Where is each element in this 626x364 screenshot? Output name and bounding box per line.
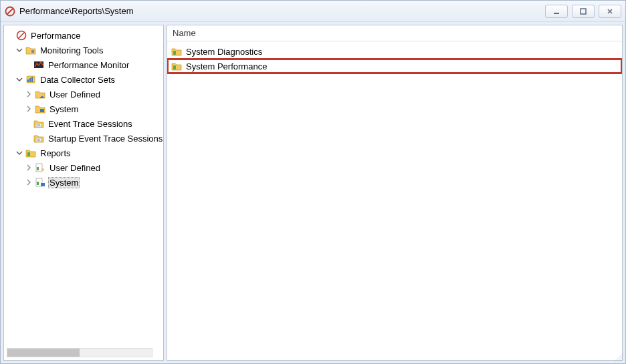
horizontal-scrollbar[interactable] (7, 348, 152, 357)
expander-icon[interactable] (15, 75, 24, 84)
tree-item-monitoring-tools[interactable]: Monitoring Tools (5, 43, 164, 57)
system-folder-icon (35, 104, 45, 114)
app-icon (5, 6, 15, 17)
svg-rect-18 (27, 152, 30, 156)
titlebar: Performance\Reports\System (1, 1, 625, 22)
list-item[interactable]: System Diagnostics (167, 44, 622, 59)
window-controls (545, 5, 621, 18)
tree-label: System (48, 177, 80, 188)
svg-point-12 (41, 94, 43, 96)
tree-item-data-collector-sets[interactable]: Data Collector Sets (5, 72, 164, 87)
resize-grip-icon[interactable] (614, 352, 623, 361)
tree-item-reports-user-defined[interactable]: User Defined (5, 160, 164, 175)
svg-rect-24 (41, 183, 45, 186)
tree-item-reports[interactable]: Reports (5, 146, 164, 160)
report-folder-icon (171, 46, 182, 57)
svg-line-1 (7, 9, 13, 14)
svg-rect-11 (31, 77, 33, 82)
window: Performance\Reports\System Performan (0, 0, 626, 364)
expander-icon[interactable] (24, 89, 33, 99)
reports-system-icon (35, 177, 45, 188)
folder-gear-icon (25, 45, 36, 55)
svg-rect-20 (37, 167, 39, 170)
trace-folder-icon: 01 (33, 133, 44, 144)
list-body: System DiagnosticsSystem Performance (167, 41, 622, 76)
perfmon-icon (33, 59, 44, 70)
expander-icon[interactable] (15, 45, 24, 55)
svg-rect-25 (173, 51, 176, 55)
scrollbar-thumb[interactable] (7, 349, 80, 357)
tree-label: Monitoring Tools (39, 45, 104, 55)
performance-icon (16, 30, 27, 41)
reports-icon (25, 148, 36, 158)
list-item[interactable]: System Performance (167, 59, 622, 73)
list-item-label: System Diagnostics (185, 47, 264, 57)
window-body: Performance Monitoring Tools (1, 22, 625, 363)
expander-icon[interactable] (24, 163, 33, 172)
column-header-label: Name (173, 28, 196, 38)
tree-label: Startup Event Trace Sessions (47, 134, 164, 144)
user-folder-icon (35, 89, 45, 100)
tree-label: User Defined (48, 89, 102, 100)
svg-line-5 (19, 33, 24, 38)
list-pane: Name System DiagnosticsSystem Performanc… (167, 25, 623, 361)
tree-label: System (48, 104, 80, 114)
tree-item-dcs-system[interactable]: System (5, 102, 164, 116)
maximize-button[interactable] (572, 5, 595, 18)
tree-item-startup-event-trace-sessions[interactable]: 01 Startup Event Trace Sessions (5, 131, 164, 146)
expander-icon[interactable] (15, 148, 24, 158)
svg-rect-23 (37, 182, 39, 185)
svg-rect-13 (40, 109, 44, 112)
svg-rect-2 (554, 13, 559, 14)
tree-label: Performance (29, 31, 82, 41)
svg-point-6 (31, 50, 34, 53)
tree-pane: Performance Monitoring Tools (3, 25, 164, 361)
reports-user-icon (35, 162, 45, 173)
svg-rect-9 (27, 79, 29, 82)
tree-label: Reports (39, 148, 72, 158)
tree-label: Performance Monitor (47, 60, 130, 70)
svg-text:01: 01 (37, 138, 41, 142)
close-button[interactable] (599, 5, 621, 18)
tree-item-dcs-user-defined[interactable]: User Defined (5, 87, 164, 102)
tree-item-performance[interactable]: Performance (5, 28, 164, 43)
expander-placeholder (5, 31, 15, 40)
expander-icon[interactable] (24, 104, 33, 114)
data-collector-icon (25, 74, 36, 85)
window-title: Performance\Reports\System (19, 6, 545, 16)
report-folder-icon (171, 61, 182, 71)
trace-folder-icon: 01 (33, 118, 44, 129)
tree: Performance Monitoring Tools (4, 25, 164, 192)
tree-item-reports-system[interactable]: System (5, 175, 164, 190)
list-item-label: System Performance (185, 61, 268, 71)
svg-text:01: 01 (37, 124, 41, 127)
minimize-button[interactable] (545, 5, 568, 18)
svg-point-21 (41, 168, 44, 171)
tree-item-event-trace-sessions[interactable]: 01 Event Trace Sessions (5, 116, 164, 131)
svg-rect-3 (581, 9, 586, 14)
tree-label: User Defined (48, 163, 102, 173)
svg-rect-26 (173, 65, 176, 69)
expander-icon[interactable] (24, 178, 33, 187)
column-header-name[interactable]: Name (167, 25, 622, 41)
tree-label: Event Trace Sessions (47, 119, 134, 129)
tree-item-performance-monitor[interactable]: Performance Monitor (5, 57, 164, 72)
svg-rect-10 (29, 78, 31, 82)
tree-label: Data Collector Sets (39, 75, 116, 85)
